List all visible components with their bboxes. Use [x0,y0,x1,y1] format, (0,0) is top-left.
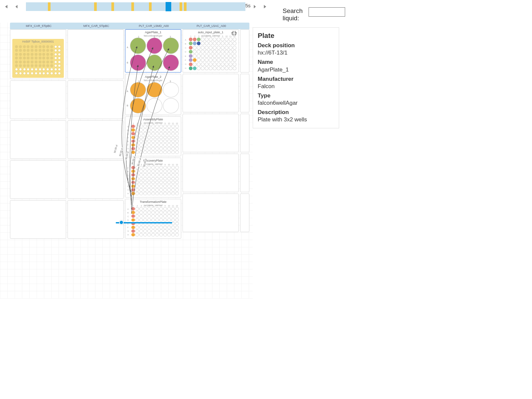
empty-slot[interactable] [183,74,239,112]
tipbox-grid [12,43,64,77]
carrier-headers: MFX_CAR_5TipBCMFX_CAR_5TipBCPLT_CAR_L5MD… [10,23,249,29]
empty-slot[interactable] [183,114,239,152]
inspector-value: Falcon [258,83,334,90]
empty-slot[interactable] [240,74,249,112]
input-plate[interactable]: auto_input_plate_1pcrplate_skirted123456… [183,29,239,72]
empty-slot[interactable] [67,29,124,79]
timeline-first-button[interactable] [3,2,9,11]
empty-slot[interactable] [67,160,124,199]
empty-slot[interactable] [67,80,124,119]
zoom-thumb[interactable] [119,220,124,225]
empty-slot[interactable] [183,194,239,232]
timeline-track[interactable] [26,2,245,11]
empty-slot[interactable] [67,200,124,239]
empty-slot[interactable] [240,114,249,152]
inspector-key: Type [258,92,334,99]
search-liquid-label: Search liquid: [283,7,306,22]
inspector-value: falcon6wellAgar [258,99,334,107]
empty-slot[interactable] [10,200,66,239]
transformation-plate[interactable]: TransformationPlatepcrplate_skirted12345… [125,199,181,239]
empty-slot[interactable] [240,194,249,232]
empty-slot[interactable] [240,154,249,192]
inspector-key: Name [258,59,334,66]
zoom-slider[interactable] [116,220,172,225]
inspector-value: Plate with 3x2 wells [258,116,334,123]
agarplate-1[interactable]: AgarPlate_1falcon6wellAgar123AB [125,29,181,72]
empty-slot[interactable] [183,154,239,192]
empty-slot[interactable] [10,120,66,159]
empty-slot[interactable] [10,160,66,199]
deck-viewport[interactable]: MFX_CAR_5TipBCMFX_CAR_5TipBCPLT_CAR_L5MD… [0,23,253,299]
assembly-plate[interactable]: AssemblyPlatepcrplate_skirted12345678910… [125,116,181,156]
inspector-value: AgarPlate_1 [258,66,334,73]
inspector-key: Deck position [258,42,334,49]
agarplate-2[interactable]: AgarPlate_2falcon6wellAgar123AB [125,74,181,115]
inspector-value: hx://6T-13/1 [258,49,334,57]
inspector-key: Description [258,109,334,116]
tipbox-slot[interactable]: Hx50F Tipbox_00000001 [10,29,66,79]
empty-slot[interactable] [10,80,66,119]
timeline-next-button[interactable] [251,2,258,11]
empty-slot[interactable] [240,29,249,72]
search-liquid-input[interactable] [309,7,345,17]
timeline-prev-button[interactable] [13,2,20,11]
inspector-title: Plate [258,31,334,40]
inspector-panel: Plate Deck positionhx://6T-13/1NameAgarP… [253,27,339,128]
tipbox-label: Hx50F Tipbox_00000001 [12,39,64,43]
timeline-last-button[interactable] [262,2,269,11]
inspector-key: Manufacturer [258,75,334,83]
